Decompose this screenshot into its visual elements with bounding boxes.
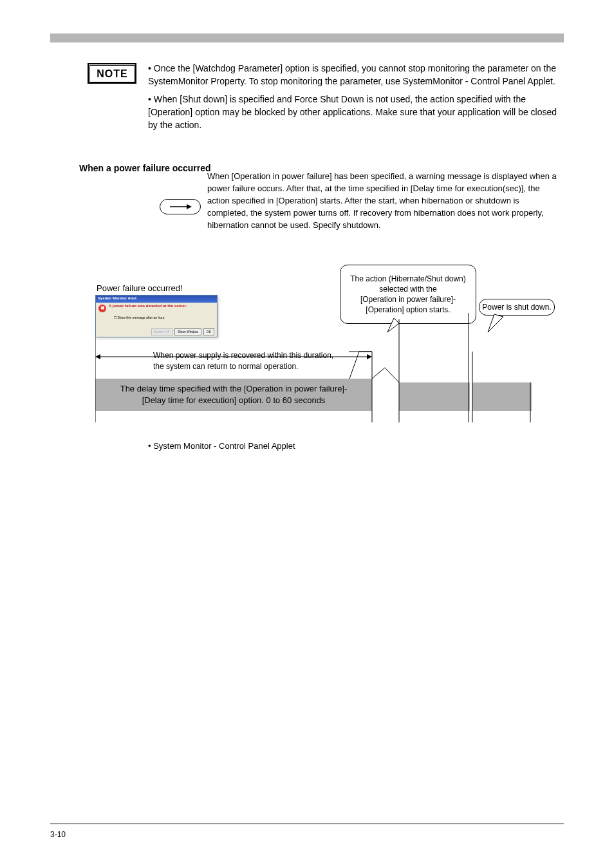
action-bubble-text: The action (Hibernate/Shut down) selecte… xyxy=(343,274,473,315)
note-label: NOTE xyxy=(89,65,135,82)
svg-marker-11 xyxy=(367,354,372,359)
note-paragraph-2: • When [Shut down] is specified and Forc… xyxy=(148,93,563,131)
note-text-block: • Once the [Watchdog Parameter] option i… xyxy=(148,62,563,131)
page-number: 3-10 xyxy=(50,830,66,839)
alert-button-row: Buzzer Off Show Window OK xyxy=(151,328,214,335)
ok-button[interactable]: OK xyxy=(203,328,214,335)
arrow-hint-icon xyxy=(160,199,201,214)
svg-marker-1 xyxy=(187,204,192,209)
cross-reference: • System Monitor - Control Panel Applet xyxy=(148,441,295,451)
alert-message: A power failure was detected at the serv… xyxy=(109,304,187,308)
error-icon: ✖ xyxy=(98,305,106,312)
timeline-delay-box: The delay time specified with the [Opera… xyxy=(95,379,372,411)
buzzer-off-button[interactable]: Buzzer Off xyxy=(151,328,173,335)
delay-line1: The delay time specified with the [Opera… xyxy=(120,383,348,395)
power-failure-diagram: Power failure occurred! System Monitor A… xyxy=(95,268,559,429)
show-window-button[interactable]: Show Window xyxy=(174,328,201,335)
note-badge: NOTE xyxy=(88,63,136,84)
action-bubble: The action (Hibernate/Shut down) selecte… xyxy=(340,265,476,324)
alert-window-title: System Monitor Alert xyxy=(96,296,217,303)
timeline-power-box xyxy=(472,382,532,411)
alert-window-body: ✖ A power failure was detected at the se… xyxy=(96,303,217,337)
occurred-label: Power failure occurred! xyxy=(97,283,183,293)
recovery-note: When power supply is recovered within th… xyxy=(153,350,346,372)
alert-checkbox[interactable]: ☐ Show this message after an hour. xyxy=(114,316,165,319)
recovery-note-line2: the system can return to normal operatio… xyxy=(153,361,346,372)
footer-divider xyxy=(50,824,564,824)
power-shutdown-text: Power is shut down. xyxy=(482,303,551,312)
alert-checkbox-label: Show this message after an hour. xyxy=(117,316,165,319)
recovery-note-line1: When power supply is recovered within th… xyxy=(153,350,346,361)
timeline-action-box xyxy=(399,382,470,411)
section-description: When [Operation in power failure] has be… xyxy=(207,170,563,231)
header-bar xyxy=(50,33,564,42)
delay-line2: [Delay time for execution] option. 0 to … xyxy=(120,395,348,406)
page-root: NOTE • Once the [Watchdog Parameter] opt… xyxy=(0,0,614,868)
alert-window: System Monitor Alert ✖ A power failure w… xyxy=(95,295,218,337)
cross-reference-text: • System Monitor - Control Panel Applet xyxy=(148,441,295,451)
power-shutdown-bubble: Power is shut down. xyxy=(479,299,555,316)
note-paragraph-1: • Once the [Watchdog Parameter] option i… xyxy=(148,62,563,88)
svg-marker-10 xyxy=(95,354,100,359)
section-title: When a power failure occurred xyxy=(79,163,211,173)
